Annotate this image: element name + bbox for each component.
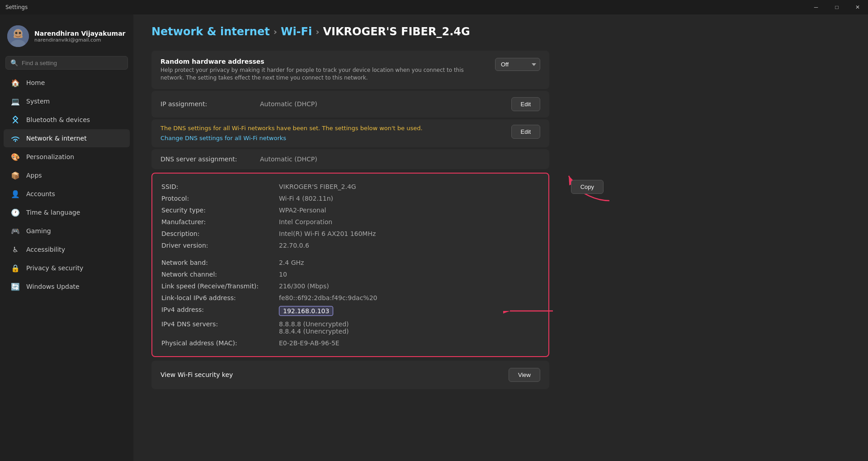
view-wifi-label: View Wi-Fi security key bbox=[160, 371, 509, 378]
ssid-label: SSID: bbox=[161, 183, 279, 190]
ipv4-value: 192.168.0.103 bbox=[279, 306, 333, 316]
user-profile[interactable]: Narendhiran Vijayakumar narendiranviki@g… bbox=[0, 20, 133, 56]
titlebar-title: Settings bbox=[5, 4, 28, 10]
app-body: Narendhiran Vijayakumar narendiranviki@g… bbox=[0, 14, 868, 461]
sidebar-item-network[interactable]: Network & internet bbox=[4, 129, 130, 147]
description-value: Intel(R) Wi-Fi 6 AX201 160MHz bbox=[279, 230, 376, 237]
dns-change-link[interactable]: Change DNS settings for all Wi-Fi networ… bbox=[160, 135, 286, 141]
description-row: Description: Intel(R) Wi-Fi 6 AX201 160M… bbox=[161, 228, 539, 240]
manufacturer-label: Manufacturer: bbox=[161, 218, 279, 226]
protocol-row: Protocol: Wi-Fi 4 (802.11n) bbox=[161, 193, 539, 204]
sidebar-item-apps[interactable]: 📦 Apps bbox=[4, 166, 130, 184]
sidebar-item-system[interactable]: 💻 System bbox=[4, 92, 130, 110]
sidebar-item-accessibility[interactable]: ♿ Accessibility bbox=[4, 240, 130, 259]
dns-servers-row: IPv4 DNS servers: 8.8.8.8 (Unencrypted) … bbox=[161, 318, 539, 337]
channel-label: Network channel: bbox=[161, 271, 279, 278]
link-speed-row: Link speed (Receive/Transmit): 216/300 (… bbox=[161, 280, 539, 292]
search-icon: 🔍 bbox=[10, 59, 18, 66]
close-button[interactable]: ✕ bbox=[847, 0, 868, 14]
home-icon: 🏠 bbox=[11, 78, 20, 87]
band-value: 2.4 GHz bbox=[279, 259, 304, 266]
sidebar-item-label: Windows Update bbox=[26, 283, 80, 290]
driver-label: Driver version: bbox=[161, 242, 279, 249]
mac-row: Physical address (MAC): E0-2B-E9-AB-96-5… bbox=[161, 337, 539, 349]
manufacturer-row: Manufacturer: Intel Corporation bbox=[161, 216, 539, 228]
personalization-icon: 🎨 bbox=[11, 152, 20, 161]
search-input[interactable] bbox=[22, 60, 123, 66]
mac-value: E0-2B-E9-AB-96-5E bbox=[279, 339, 340, 347]
sidebar-item-label: System bbox=[26, 98, 50, 105]
sidebar-item-label: Gaming bbox=[26, 227, 51, 235]
sidebar-item-accounts[interactable]: 👤 Accounts bbox=[4, 185, 130, 203]
dns-warning-section: The DNS settings for all Wi-Fi networks … bbox=[151, 119, 549, 147]
apps-icon: 📦 bbox=[11, 171, 20, 180]
sidebar-item-label: Accounts bbox=[26, 190, 55, 198]
sidebar-item-gaming[interactable]: 🎮 Gaming bbox=[4, 222, 130, 240]
breadcrumb-wifi[interactable]: Wi-Fi bbox=[281, 25, 312, 38]
driver-row: Driver version: 22.70.0.6 bbox=[161, 240, 539, 251]
random-hardware-control: Off On Daily bbox=[495, 58, 540, 71]
sidebar-item-label: Personalization bbox=[26, 153, 74, 160]
random-hardware-dropdown[interactable]: Off On Daily bbox=[495, 58, 540, 71]
sidebar-item-privacy[interactable]: 🔒 Privacy & security bbox=[4, 259, 130, 277]
dns-servers-values: 8.8.8.8 (Unencrypted) 8.8.4.4 (Unencrypt… bbox=[279, 320, 349, 335]
dns-warning-texts: The DNS settings for all Wi-Fi networks … bbox=[160, 125, 423, 142]
breadcrumb-current: VIKROGER'S FIBER_2.4G bbox=[323, 25, 470, 38]
ipv4-label: IPv4 address: bbox=[161, 306, 279, 313]
copy-button-area: Copy bbox=[571, 180, 604, 194]
content-inner: Network & internet › Wi-Fi › VIKROGER'S … bbox=[133, 14, 567, 400]
dns-server-v2: 8.8.4.4 (Unencrypted) bbox=[279, 328, 349, 335]
security-value: WPA2-Personal bbox=[279, 207, 326, 214]
ip-assignment-label: IP assignment: bbox=[160, 100, 260, 108]
copy-button-outside[interactable]: Copy bbox=[571, 180, 604, 194]
user-name: Narendhiran Vijayakumar bbox=[34, 30, 126, 37]
main-content: Network & internet › Wi-Fi › VIKROGER'S … bbox=[133, 14, 868, 461]
sidebar-item-time[interactable]: 🕐 Time & language bbox=[4, 203, 130, 221]
sidebar-item-label: Accessibility bbox=[26, 246, 65, 253]
svg-point-5 bbox=[15, 32, 18, 34]
band-row: Network band: 2.4 GHz bbox=[161, 257, 539, 268]
security-label: Security type: bbox=[161, 207, 279, 214]
view-wifi-row: View Wi-Fi security key View bbox=[151, 361, 549, 389]
avatar bbox=[7, 25, 29, 47]
random-hardware-desc: Help protect your privacy by making it h… bbox=[160, 66, 477, 82]
system-icon: 💻 bbox=[11, 97, 20, 106]
titlebar-controls: ─ □ ✕ bbox=[806, 0, 868, 14]
sidebar-item-home[interactable]: 🏠 Home bbox=[4, 74, 130, 92]
driver-value: 22.70.0.6 bbox=[279, 242, 309, 249]
sidebar-item-label: Home bbox=[26, 79, 45, 86]
channel-row: Network channel: 10 bbox=[161, 268, 539, 280]
random-hardware-title: Random hardware addresses bbox=[160, 58, 495, 65]
sidebar-item-windows-update[interactable]: 🔄 Windows Update bbox=[4, 278, 130, 296]
dns-warning-text: The DNS settings for all Wi-Fi networks … bbox=[160, 125, 423, 132]
description-label: Description: bbox=[161, 230, 279, 237]
sidebar-item-personalization[interactable]: 🎨 Personalization bbox=[4, 148, 130, 166]
minimize-button[interactable]: ─ bbox=[806, 0, 826, 14]
maximize-button[interactable]: □ bbox=[826, 0, 847, 14]
search-bar[interactable]: 🔍 bbox=[5, 56, 128, 70]
link-speed-value: 216/300 (Mbps) bbox=[279, 282, 329, 290]
network-info-box: Copy SSID: VIKROGER'S bbox=[151, 173, 549, 357]
time-icon: 🕐 bbox=[11, 208, 20, 217]
band-label: Network band: bbox=[161, 259, 279, 266]
dns-edit-button[interactable]: Edit bbox=[511, 125, 540, 139]
ip-assignment-value: Automatic (DHCP) bbox=[260, 100, 511, 108]
bluetooth-icon bbox=[11, 115, 20, 124]
ip-assignment-edit-button[interactable]: Edit bbox=[511, 97, 540, 111]
breadcrumb-sep-2: › bbox=[316, 26, 319, 37]
sidebar: Narendhiran Vijayakumar narendiranviki@g… bbox=[0, 14, 133, 461]
breadcrumb-network[interactable]: Network & internet bbox=[151, 25, 270, 38]
dns-server-label: DNS server assignment: bbox=[160, 155, 260, 163]
manufacturer-value: Intel Corporation bbox=[279, 218, 332, 226]
network-info-container: Copy SSID: VIKROGER'S bbox=[151, 173, 549, 357]
view-wifi-button[interactable]: View bbox=[509, 368, 540, 382]
svg-point-6 bbox=[19, 32, 21, 34]
mac-label: Physical address (MAC): bbox=[161, 339, 279, 347]
ipv4-arrow-svg bbox=[503, 304, 557, 318]
gaming-icon: 🎮 bbox=[11, 226, 20, 235]
ssid-row: SSID: VIKROGER'S FIBER_2.4G bbox=[161, 181, 539, 193]
sidebar-item-bluetooth[interactable]: Bluetooth & devices bbox=[4, 111, 130, 129]
channel-value: 10 bbox=[279, 271, 287, 278]
link-speed-label: Link speed (Receive/Transmit): bbox=[161, 282, 279, 290]
user-email: narendiranviki@gmail.com bbox=[34, 37, 126, 43]
